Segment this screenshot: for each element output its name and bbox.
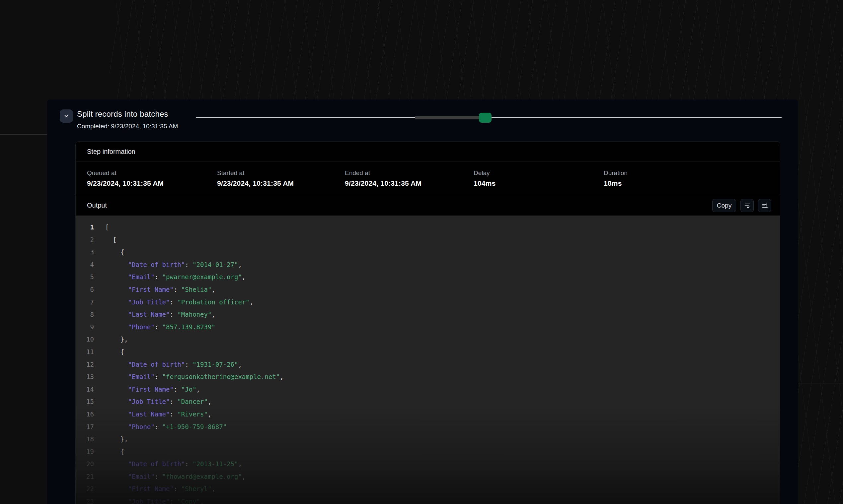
line-number: 13 [76, 371, 94, 383]
code-line: 6 "First Name": "Shelia", [76, 284, 780, 296]
code-line: 9 "Phone": "857.139.8239" [76, 321, 780, 334]
line-number: 4 [76, 259, 94, 271]
code-text: "Job Title": "Probation officer", [105, 296, 253, 309]
line-number: 6 [76, 284, 94, 296]
output-code-viewer[interactable]: 1[2 [3 {4 "Date of birth": "2014-01-27",… [76, 216, 780, 504]
slider-track-filled [415, 116, 479, 119]
stat-queued-at: Queued at 9/23/2024, 10:31:35 AM [87, 169, 217, 187]
code-text: { [105, 246, 124, 259]
scroll-to-top-icon [761, 202, 768, 209]
step-completed-timestamp: Completed: 9/23/2024, 10:31:35 AM [77, 123, 178, 130]
panel-header: Step information [76, 142, 780, 162]
code-text: }, [105, 433, 128, 446]
panel-title: Step information [87, 148, 135, 156]
code-line: 2 [ [76, 234, 780, 246]
line-number: 3 [76, 246, 94, 259]
line-number: 8 [76, 308, 94, 321]
code-line: 23 "Job Title": "Copy", [76, 496, 780, 504]
chevron-down-icon [63, 113, 69, 119]
line-number: 15 [76, 396, 94, 408]
line-number: 18 [76, 433, 94, 446]
step-information-panel: Step information Queued at 9/23/2024, 10… [75, 141, 780, 504]
line-number: 10 [76, 333, 94, 346]
code-line: 8 "Last Name": "Mahoney", [76, 308, 780, 321]
line-number: 11 [76, 346, 94, 358]
stat-value: 9/23/2024, 10:31:35 AM [87, 179, 217, 187]
stat-ended-at: Ended at 9/23/2024, 10:31:35 AM [345, 169, 474, 187]
copy-button[interactable]: Copy [712, 199, 736, 212]
code-text: "Date of birth": "2013-11-25", [105, 458, 242, 470]
code-text: [ [105, 221, 109, 234]
step-title: Split records into batches [77, 109, 168, 119]
slider-handle[interactable] [479, 113, 492, 123]
line-number: 16 [76, 408, 94, 421]
code-text: "First Name": "Sheryl", [105, 483, 216, 496]
background-hairline-left [0, 134, 47, 134]
code-line: 13 "Email": "fergusonkatherine@example.n… [76, 371, 780, 383]
code-text: "Email": "pwarner@example.org", [105, 271, 246, 284]
background-hairline-right [798, 384, 843, 384]
code-text: { [105, 346, 124, 358]
code-line: 17 "Phone": "+1-950-759-8687" [76, 421, 780, 433]
code-line: 14 "First Name": "Jo", [76, 383, 780, 396]
line-number: 19 [76, 446, 94, 458]
code-text: "First Name": "Jo", [105, 383, 200, 396]
output-title: Output [87, 202, 107, 209]
line-number: 22 [76, 483, 94, 496]
collapse-step-button[interactable] [60, 109, 73, 123]
wrap-text-button[interactable] [740, 199, 754, 212]
code-line: 22 "First Name": "Sheryl", [76, 483, 780, 496]
code-text: "Email": "fhoward@example.org", [105, 470, 246, 483]
code-lines: 1[2 [3 {4 "Date of birth": "2014-01-27",… [76, 221, 780, 504]
code-text: { [105, 446, 124, 458]
stats-row: Queued at 9/23/2024, 10:31:35 AM Started… [76, 162, 780, 195]
background-texture-right [798, 100, 843, 504]
stat-duration: Duration 18ms [604, 169, 780, 187]
line-number: 12 [76, 358, 94, 371]
line-number: 17 [76, 421, 94, 433]
stat-label: Started at [217, 169, 345, 177]
stat-value: 18ms [604, 179, 780, 187]
output-bar: Output Copy [76, 195, 780, 216]
code-line: 19 { [76, 446, 780, 458]
code-text: "Phone": "+1-950-759-8687" [105, 421, 227, 433]
code-text: "Phone": "857.139.8239" [105, 321, 216, 334]
code-text: "First Name": "Shelia", [105, 284, 216, 296]
line-number: 21 [76, 470, 94, 483]
code-line: 3 { [76, 246, 780, 259]
code-line: 20 "Date of birth": "2013-11-25", [76, 458, 780, 470]
stat-started-at: Started at 9/23/2024, 10:31:35 AM [217, 169, 345, 187]
scroll-to-top-button[interactable] [758, 199, 771, 212]
code-text: [ [105, 234, 117, 246]
code-line: 12 "Date of birth": "1931-07-26", [76, 358, 780, 371]
stat-value: 9/23/2024, 10:31:35 AM [217, 179, 345, 187]
code-text: "Last Name": "Mahoney", [105, 308, 216, 321]
line-number: 1 [76, 221, 94, 234]
stat-label: Delay [474, 169, 604, 177]
stat-value: 9/23/2024, 10:31:35 AM [345, 179, 474, 187]
background-hairline-vertical [191, 0, 191, 100]
line-number: 5 [76, 271, 94, 284]
background-texture-top [109, 0, 843, 100]
code-line: 7 "Job Title": "Probation officer", [76, 296, 780, 309]
step-detail-card: Split records into batches Completed: 9/… [47, 100, 798, 504]
stat-label: Ended at [345, 169, 474, 177]
code-text: "Date of birth": "1931-07-26", [105, 358, 242, 371]
code-line: 21 "Email": "fhoward@example.org", [76, 470, 780, 483]
code-text: }, [105, 333, 128, 346]
stat-delay: Delay 104ms [474, 169, 604, 187]
line-number: 23 [76, 496, 94, 504]
wrap-text-icon [744, 202, 751, 209]
code-line: 16 "Last Name": "Rivers", [76, 408, 780, 421]
code-text: "Job Title": "Copy", [105, 496, 204, 504]
line-number: 2 [76, 234, 94, 246]
line-number: 20 [76, 458, 94, 470]
stat-label: Duration [604, 169, 780, 177]
timeline-slider[interactable] [196, 113, 781, 123]
code-line: 5 "Email": "pwarner@example.org", [76, 271, 780, 284]
line-number: 14 [76, 383, 94, 396]
code-text: "Last Name": "Rivers", [105, 408, 211, 421]
code-text: "Job Title": "Dancer", [105, 396, 211, 408]
line-number: 9 [76, 321, 94, 334]
code-line: 4 "Date of birth": "2014-01-27", [76, 259, 780, 271]
